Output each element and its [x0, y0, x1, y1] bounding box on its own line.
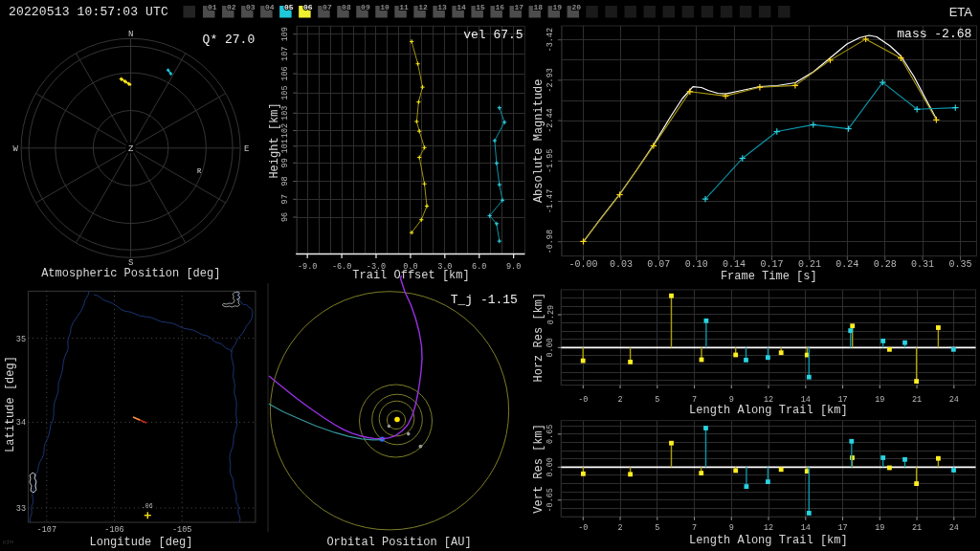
svg-text:13: 13 [437, 3, 447, 11]
svg-text:Trail Offset [km]: Trail Offset [km] [352, 269, 469, 282]
svg-text:20220513 10:57:03 UTC: 20220513 10:57:03 UTC [9, 5, 168, 19]
svg-text:Z: Z [128, 144, 134, 154]
svg-text:-0.98: -0.98 [546, 230, 555, 254]
svg-text:5: 5 [655, 395, 659, 405]
svg-text:E: E [244, 144, 249, 154]
svg-text:W: W [13, 144, 19, 154]
svg-text:21: 21 [912, 523, 922, 533]
svg-text:09: 09 [361, 3, 370, 11]
svg-text:5: 5 [655, 523, 659, 533]
svg-text:06: 06 [303, 3, 313, 11]
svg-text:07: 07 [323, 3, 332, 11]
svg-text:9: 9 [729, 523, 734, 533]
svg-text:14: 14 [457, 3, 466, 11]
svg-text:0.35: 0.35 [948, 259, 971, 270]
svg-text:99: 99 [280, 158, 290, 167]
svg-text:19: 19 [875, 523, 884, 533]
svg-text:20: 20 [571, 3, 581, 11]
svg-text:Frame Time [s]: Frame Time [s] [721, 270, 817, 283]
svg-text:-0: -0 [578, 523, 588, 533]
svg-text:-2.44: -2.44 [546, 108, 555, 133]
svg-text:107: 107 [280, 47, 290, 61]
svg-text:T_j -1.15: T_j -1.15 [451, 293, 518, 307]
svg-text:0.29: 0.29 [546, 305, 556, 324]
svg-text:Horz Res [km]: Horz Res [km] [533, 293, 546, 383]
svg-text:04: 04 [265, 3, 275, 11]
svg-text:0.14: 0.14 [723, 259, 746, 270]
svg-text:9.0: 9.0 [506, 262, 521, 272]
svg-text:0.07: 0.07 [647, 259, 670, 270]
svg-text:16: 16 [495, 3, 504, 11]
svg-text:Vert Res [km]: Vert Res [km] [533, 424, 546, 514]
svg-text:-0: -0 [578, 395, 588, 405]
svg-text:.06: .06 [142, 503, 153, 510]
svg-text:0.24: 0.24 [835, 259, 858, 270]
svg-text:0.00: 0.00 [546, 338, 556, 357]
svg-text:ETA: ETA [949, 5, 973, 19]
svg-text:34: 34 [16, 418, 26, 428]
svg-text:98: 98 [280, 176, 290, 186]
svg-text:Orbital Position [AU]: Orbital Position [AU] [326, 536, 471, 549]
svg-text:Latitude [deg]: Latitude [deg] [4, 356, 17, 452]
svg-text:2: 2 [617, 523, 622, 533]
svg-text:Length Along Trail [km]: Length Along Trail [km] [689, 404, 848, 417]
svg-text:2: 2 [617, 395, 622, 405]
svg-text:-105: -105 [172, 525, 191, 535]
svg-text:12: 12 [418, 3, 428, 11]
svg-text:0.00: 0.00 [546, 457, 556, 476]
svg-text:01: 01 [208, 3, 217, 11]
svg-text:14: 14 [801, 523, 811, 533]
svg-text:Absolute Magnitude: Absolute Magnitude [532, 78, 546, 203]
svg-text:pjm: pjm [3, 539, 13, 545]
svg-text:03: 03 [246, 3, 256, 11]
svg-text:0.03: 0.03 [610, 259, 633, 270]
svg-text:Height [km]: Height [km] [268, 102, 281, 178]
svg-text:24: 24 [949, 395, 959, 405]
svg-text:11: 11 [399, 3, 409, 11]
svg-text:0.21: 0.21 [798, 259, 821, 270]
svg-text:7: 7 [692, 523, 697, 533]
svg-text:vel 67.5: vel 67.5 [463, 28, 523, 42]
svg-text:18: 18 [533, 3, 543, 11]
svg-text:21: 21 [912, 395, 922, 405]
svg-text:-6.0: -6.0 [332, 262, 351, 272]
svg-text:-0.00: -0.00 [568, 259, 597, 270]
svg-text:19: 19 [552, 3, 562, 11]
svg-text:-0.65: -0.65 [546, 488, 556, 513]
svg-text:-3.42: -3.42 [546, 28, 555, 53]
svg-text:-1.95: -1.95 [546, 149, 555, 174]
svg-text:24: 24 [949, 523, 959, 533]
svg-text:mass -2.68: mass -2.68 [897, 27, 971, 41]
svg-text:35: 35 [16, 335, 26, 344]
svg-text:-1.47: -1.47 [546, 189, 555, 214]
svg-text:106: 106 [280, 66, 290, 80]
svg-text:10: 10 [380, 3, 390, 11]
svg-text:Length Along Trail [km]: Length Along Trail [km] [689, 534, 848, 547]
svg-text:33: 33 [16, 504, 26, 514]
svg-text:102: 102 [280, 123, 290, 138]
svg-text:109: 109 [280, 27, 290, 41]
svg-text:02: 02 [227, 3, 236, 11]
svg-text:17: 17 [837, 523, 847, 533]
svg-text:Atmospheric Position [deg]: Atmospheric Position [deg] [41, 267, 220, 280]
svg-text:19: 19 [875, 395, 884, 405]
svg-text:12: 12 [764, 523, 773, 533]
svg-text:15: 15 [476, 3, 485, 11]
svg-text:0.31: 0.31 [911, 259, 934, 270]
svg-text:96: 96 [280, 212, 290, 222]
svg-text:0.65: 0.65 [546, 425, 556, 444]
svg-text:Longitude [deg]: Longitude [deg] [89, 536, 192, 549]
svg-text:0.17: 0.17 [760, 259, 783, 270]
svg-text:97: 97 [280, 194, 290, 204]
svg-text:103: 103 [280, 106, 290, 121]
svg-text:-9.0: -9.0 [298, 262, 317, 272]
svg-text:Q* 27.0: Q* 27.0 [203, 33, 256, 47]
svg-text:N: N [128, 30, 133, 39]
svg-text:-106: -106 [104, 525, 123, 535]
svg-text:-2.93: -2.93 [546, 68, 555, 93]
svg-text:05: 05 [284, 3, 294, 11]
svg-text:6.0: 6.0 [472, 262, 486, 272]
svg-text:-107: -107 [37, 525, 56, 535]
svg-text:0.28: 0.28 [874, 259, 897, 270]
svg-text:105: 105 [280, 85, 290, 99]
